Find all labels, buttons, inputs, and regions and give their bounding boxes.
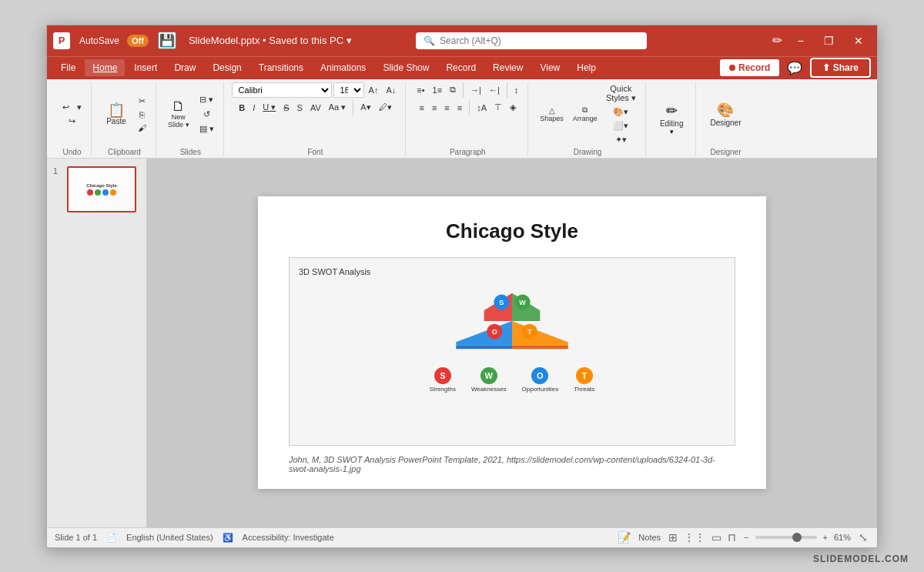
- restore-button[interactable]: ❐: [816, 32, 842, 50]
- font-color-button[interactable]: A▾: [357, 101, 373, 114]
- columns-button[interactable]: ⧉: [447, 83, 459, 96]
- menu-slideshow[interactable]: Slide Show: [375, 59, 437, 76]
- shape-outline-button[interactable]: ⬜▾: [603, 119, 639, 132]
- undo-button[interactable]: ↩: [59, 101, 72, 114]
- menu-review[interactable]: Review: [485, 59, 531, 76]
- highlight-button[interactable]: 🖊▾: [376, 101, 395, 114]
- font-name-selector[interactable]: Calibri: [232, 82, 332, 98]
- change-case-button[interactable]: Aa ▾: [326, 101, 350, 114]
- svg-text:S: S: [499, 299, 504, 306]
- menu-draw[interactable]: Draw: [166, 59, 203, 76]
- slide-thumb[interactable]: Chicago Style: [67, 166, 136, 212]
- weaknesses-label: Weaknesses: [471, 386, 507, 393]
- zoom-level[interactable]: 61%: [834, 533, 851, 542]
- shape-effects-button[interactable]: ✦▾: [603, 133, 639, 146]
- justify-button[interactable]: ≡: [454, 102, 465, 114]
- decrease-font-button[interactable]: A↓: [383, 84, 399, 96]
- fit-window-button[interactable]: ⤡: [857, 530, 869, 545]
- editing-button[interactable]: ✏ Editing ▾: [654, 101, 690, 137]
- shadow-button[interactable]: S: [294, 102, 306, 114]
- notes-button[interactable]: 📝: [616, 530, 632, 545]
- zoom-thumb: [792, 533, 802, 542]
- increase-font-button[interactable]: A↑: [366, 84, 382, 96]
- menu-view[interactable]: View: [532, 59, 567, 76]
- strikethrough-button[interactable]: S: [280, 102, 292, 114]
- text-direction-button[interactable]: ↕A: [474, 102, 490, 114]
- opportunities-circle: O: [531, 367, 548, 384]
- font-group-label: Font: [307, 148, 323, 156]
- menu-design[interactable]: Design: [205, 59, 249, 76]
- comment-button[interactable]: 💬: [784, 58, 805, 79]
- italic-button[interactable]: I: [249, 102, 258, 114]
- content-area: 1 Chicago Style Chicago: [47, 159, 877, 527]
- search-bar[interactable]: 🔍: [416, 32, 647, 49]
- bold-button[interactable]: B: [236, 102, 248, 114]
- line-spacing-button[interactable]: ↕: [511, 84, 522, 96]
- accessibility-label[interactable]: Accessibility: Investigate: [243, 533, 334, 542]
- reading-view-button[interactable]: ▭: [710, 530, 723, 545]
- section-button[interactable]: ▤ ▾: [196, 122, 217, 135]
- autosave-toggle[interactable]: Off: [127, 35, 149, 47]
- share-button[interactable]: ⬆ Share: [810, 58, 871, 78]
- shapes-button[interactable]: △ Shapes: [536, 104, 567, 125]
- menu-animations[interactable]: Animations: [313, 59, 373, 76]
- cut-button[interactable]: ✂: [135, 95, 149, 108]
- pen-icon[interactable]: ✏: [769, 30, 785, 51]
- font-size-selector[interactable]: 18: [333, 82, 364, 98]
- designer-icon: 🎨: [717, 102, 734, 119]
- arrange-button[interactable]: ⧉ Arrange: [569, 103, 601, 125]
- search-icon: 🔍: [424, 35, 435, 46]
- undo-dropdown[interactable]: ▾: [74, 101, 85, 114]
- editing-icon: ✏: [666, 102, 678, 119]
- menu-help[interactable]: Help: [569, 59, 604, 76]
- designer-button[interactable]: 🎨 Designer: [704, 100, 747, 129]
- format-painter-button[interactable]: 🖌: [135, 122, 149, 134]
- slide-thumbnail-1[interactable]: 1 Chicago Style: [53, 166, 140, 212]
- paste-button[interactable]: 📋 Paste: [99, 101, 133, 128]
- save-button[interactable]: 💾: [158, 32, 176, 49]
- swot-box: 3D SWOT Analysis: [289, 257, 735, 446]
- align-center-button[interactable]: ≡: [429, 102, 440, 114]
- record-button[interactable]: Record: [720, 59, 779, 76]
- arrange-icon: ⧉: [582, 105, 588, 115]
- clipboard-group-label: Clipboard: [108, 148, 141, 156]
- close-button[interactable]: ✕: [846, 32, 871, 50]
- numbering-button[interactable]: 1≡: [430, 84, 446, 96]
- align-right-button[interactable]: ≡: [441, 102, 452, 114]
- smartart-button[interactable]: ◈: [507, 101, 519, 114]
- menu-home[interactable]: Home: [85, 59, 125, 76]
- swot-box-label: 3D SWOT Analysis: [299, 267, 725, 276]
- underline-button[interactable]: U ▾: [259, 101, 279, 114]
- menu-record[interactable]: Record: [438, 59, 484, 76]
- grid-view-button[interactable]: ⋮⋮: [682, 530, 707, 545]
- reset-button[interactable]: ↺: [196, 108, 217, 121]
- ribbon-group-designer: 🎨 Designer Designer: [698, 82, 753, 156]
- align-text-button[interactable]: ⊤: [491, 101, 505, 114]
- align-left-button[interactable]: ≡: [417, 102, 427, 114]
- threats-label: Threats: [574, 386, 594, 393]
- ribbon-group-undo: ↩ ▾ ↪ Undo: [53, 82, 92, 156]
- shape-fill-button[interactable]: 🎨▾: [603, 105, 639, 119]
- menu-transitions[interactable]: Transitions: [251, 59, 311, 76]
- swot-threats: T Threats: [574, 367, 594, 393]
- zoom-slider[interactable]: [755, 536, 817, 539]
- swot-diagram: S W O T S Strengths: [299, 283, 725, 436]
- redo-button[interactable]: ↪: [65, 115, 79, 128]
- bullets-button[interactable]: ≡•: [413, 84, 427, 96]
- copy-button[interactable]: ⎘: [135, 109, 149, 121]
- indent-decrease[interactable]: ←|: [486, 84, 503, 96]
- swot-labels-row: S Strengths W Weaknesses O Opportunities: [430, 367, 595, 393]
- menu-insert[interactable]: Insert: [126, 59, 165, 76]
- slideshow-button[interactable]: ⊓: [726, 530, 738, 545]
- normal-view-button[interactable]: ⊞: [667, 530, 679, 545]
- search-input[interactable]: [440, 35, 639, 46]
- slide-canvas[interactable]: Chicago Style 3D SWOT Analysis: [258, 196, 766, 489]
- menu-file[interactable]: File: [53, 59, 83, 76]
- minimize-button[interactable]: −: [790, 32, 812, 50]
- slide-number: 1: [53, 166, 62, 176]
- indent-increase[interactable]: →|: [467, 84, 484, 96]
- char-spacing-button[interactable]: AV: [307, 102, 324, 114]
- quick-styles-button[interactable]: QuickStyles ▾: [603, 82, 639, 105]
- layout-button[interactable]: ⊟ ▾: [196, 93, 217, 106]
- new-slide-button[interactable]: 🗋 NewSlide ▾: [164, 97, 193, 131]
